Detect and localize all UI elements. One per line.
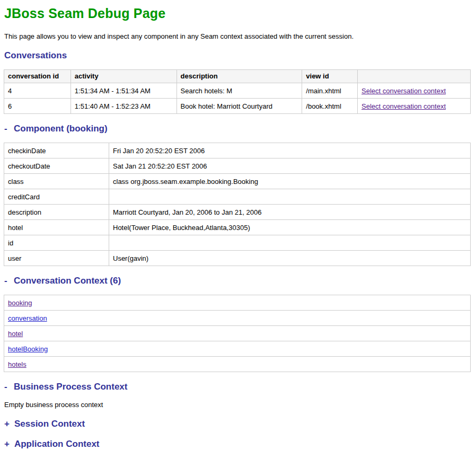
property-row: creditCard — [4, 189, 471, 205]
context-entry-link-conversation[interactable]: conversation — [8, 314, 47, 322]
property-name-cell: checkinDate — [4, 143, 109, 158]
property-value-cell: Marriott Courtyard, Jan 20, 2006 to Jan … — [109, 205, 471, 220]
property-value-cell: Fri Jan 20 20:52:20 EST 2006 — [109, 143, 471, 158]
property-name-cell: user — [4, 251, 109, 266]
select-conversation-context-link[interactable]: Select conversation context — [362, 87, 446, 95]
context-entry-cell: hotels — [4, 357, 471, 372]
property-name-cell: class — [4, 174, 109, 189]
column-header-activity: activity — [70, 70, 177, 83]
column-header-view-id: view id — [302, 70, 358, 83]
property-row: user User(gavin) — [4, 251, 471, 266]
conversation-context-heading[interactable]: -Conversation Context (6) — [4, 276, 471, 286]
business-process-context-heading[interactable]: -Business Process Context — [4, 382, 471, 392]
context-entry-row: hotel — [4, 326, 471, 341]
property-name-cell: id — [4, 235, 109, 251]
property-name-cell: description — [4, 205, 109, 220]
property-value-cell: class org.jboss.seam.example.booking.Boo… — [109, 174, 471, 189]
collapse-toggle-icon[interactable]: - — [4, 382, 9, 392]
conversation-row: 6 1:51:40 AM - 1:52:23 AM Book hotel: Ma… — [4, 99, 471, 114]
property-value-cell: User(gavin) — [109, 251, 471, 266]
business-process-context-heading-label[interactable]: Business Process Context — [14, 382, 127, 392]
action-cell: Select conversation context — [358, 83, 471, 99]
context-entry-link-booking[interactable]: booking — [8, 299, 32, 307]
activity-cell: 1:51:40 AM - 1:52:23 AM — [70, 99, 177, 114]
description-cell: Search hotels: M — [177, 83, 302, 99]
property-row: description Marriott Courtyard, Jan 20, … — [4, 205, 471, 220]
property-row: class class org.jboss.seam.example.booki… — [4, 174, 471, 189]
component-booking-heading-label[interactable]: Component (booking) — [14, 123, 108, 134]
context-entry-cell: hotelBooking — [4, 341, 471, 357]
description-cell: Book hotel: Marriott Courtyard — [177, 99, 302, 114]
property-value-cell — [109, 189, 471, 205]
component-properties-table: checkinDate Fri Jan 20 20:52:20 EST 2006… — [4, 143, 471, 266]
context-entry-row: hotelBooking — [4, 341, 471, 357]
context-entry-row: conversation — [4, 311, 471, 326]
view-id-cell: /book.xhtml — [302, 99, 358, 114]
context-entry-cell: hotel — [4, 326, 471, 341]
property-value-cell: Hotel(Tower Place, Buckhead,Atlanta,3030… — [109, 220, 471, 235]
property-row: id — [4, 235, 471, 251]
session-context-heading-label[interactable]: Session Context — [14, 419, 85, 429]
property-row: hotel Hotel(Tower Place, Buckhead,Atlant… — [4, 220, 471, 235]
conversations-heading: Conversations — [4, 50, 471, 61]
property-value-cell: Sat Jan 21 20:52:20 EST 2006 — [109, 158, 471, 174]
context-entry-link-hotels[interactable]: hotels — [8, 360, 27, 368]
select-conversation-context-link[interactable]: Select conversation context — [362, 102, 446, 110]
application-context-heading[interactable]: +Application Context — [4, 439, 471, 449]
column-header-action — [358, 70, 471, 83]
context-entry-cell: conversation — [4, 311, 471, 326]
session-context-heading[interactable]: +Session Context — [4, 419, 471, 429]
collapse-toggle-icon[interactable]: - — [4, 276, 9, 286]
conversation-id-cell: 4 — [4, 83, 71, 99]
context-entry-link-hotel[interactable]: hotel — [8, 330, 23, 338]
property-value-cell — [109, 235, 471, 251]
property-name-cell: checkoutDate — [4, 158, 109, 174]
property-name-cell: creditCard — [4, 189, 109, 205]
conversations-table: conversation id activity description vie… — [4, 69, 471, 114]
expand-toggle-icon[interactable]: + — [4, 439, 10, 449]
conversation-context-table: booking conversation hotel hotelBooking … — [4, 295, 471, 372]
context-entry-row: booking — [4, 295, 471, 311]
activity-cell: 1:51:34 AM - 1:51:34 AM — [70, 83, 177, 99]
property-row: checkoutDate Sat Jan 21 20:52:20 EST 200… — [4, 158, 471, 174]
application-context-heading-label[interactable]: Application Context — [14, 439, 100, 449]
collapse-toggle-icon[interactable]: - — [4, 123, 9, 134]
page-title: JBoss Seam Debug Page — [4, 6, 471, 21]
page-description: This page allows you to view and inspect… — [4, 32, 471, 40]
view-id-cell: /main.xhtml — [302, 83, 358, 99]
property-name-cell: hotel — [4, 220, 109, 235]
context-entry-row: hotels — [4, 357, 471, 372]
expand-toggle-icon[interactable]: + — [4, 419, 10, 429]
column-header-description: description — [177, 70, 302, 83]
column-header-conversation-id: conversation id — [4, 70, 71, 83]
context-entry-link-hotelbooking[interactable]: hotelBooking — [8, 345, 48, 353]
component-booking-heading[interactable]: -Component (booking) — [4, 123, 471, 134]
business-process-empty-message: Empty business process context — [4, 401, 471, 409]
property-row: checkinDate Fri Jan 20 20:52:20 EST 2006 — [4, 143, 471, 158]
conversation-id-cell: 6 — [4, 99, 71, 114]
conversation-row: 4 1:51:34 AM - 1:51:34 AM Search hotels:… — [4, 83, 471, 99]
conversation-context-heading-label[interactable]: Conversation Context (6) — [14, 276, 121, 286]
action-cell: Select conversation context — [358, 99, 471, 114]
context-entry-cell: booking — [4, 295, 471, 311]
conversations-header-row: conversation id activity description vie… — [4, 70, 471, 83]
